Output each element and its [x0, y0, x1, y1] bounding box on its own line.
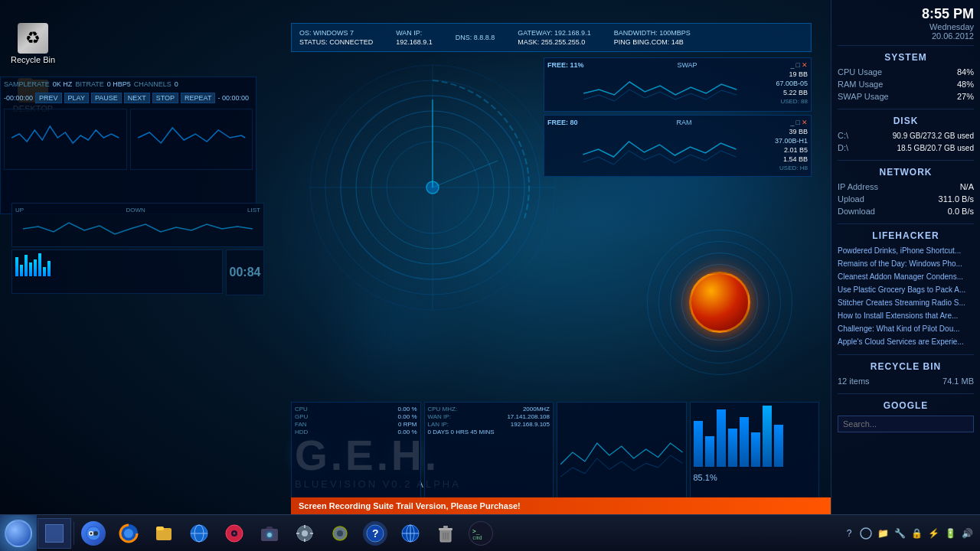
waveform-svg-right: [132, 111, 251, 165]
cpu-usage-row: CPU Usage 84%: [838, 67, 974, 77]
tray-battery-icon[interactable]: 🔋: [943, 527, 957, 540]
svg-rect-18: [156, 527, 164, 530]
eq-bar-1: [15, 257, 18, 276]
taskbar-music-icon[interactable]: [217, 517, 251, 550]
google-search-input[interactable]: [838, 416, 974, 432]
time-end: - 00:00:00: [217, 94, 249, 102]
lifehacker-item[interactable]: How to Install Extensions that Are...: [838, 311, 974, 321]
bar-7: [763, 406, 772, 467]
warning-text: Screen Recording Suite Trail Version, Pl…: [299, 501, 521, 510]
svg-point-24: [234, 532, 236, 534]
ram-close[interactable]: ✕: [802, 119, 808, 126]
taskbar-files-icon[interactable]: [147, 517, 181, 550]
recycle-bin-graphic: ♻: [18, 23, 48, 54]
os-info: OS: WINDOWS 7 STATUS: CONNECTED: [299, 29, 373, 46]
eq-bar-7: [43, 267, 46, 276]
svg-text:?: ?: [372, 527, 379, 540]
audio-controls: -00:00:00 PREV PLAY PAUSE NEXT STOP REPE…: [4, 90, 253, 106]
finder-icon-graphic: [81, 521, 106, 546]
start-button[interactable]: [0, 515, 37, 552]
taskbar-trash-icon[interactable]: [429, 517, 462, 550]
finder-svg: [86, 526, 101, 541]
lifehacker-item[interactable]: Apple's Cloud Services are Experie...: [838, 337, 974, 347]
taskbar-firefox-icon[interactable]: [112, 517, 145, 550]
bottom-panel-graph: [557, 402, 687, 513]
lifehacker-item[interactable]: Powdered Drinks, iPhone Shortcut...: [838, 246, 974, 256]
taskbar-camera-icon[interactable]: [253, 517, 286, 550]
red-orb-button[interactable]: [689, 272, 750, 333]
clock-full-date: 20.06.2012: [838, 31, 974, 41]
bottom-graph-svg: [560, 406, 683, 505]
stop-button[interactable]: STOP: [152, 93, 178, 103]
swap-used-label: USED: 88: [780, 98, 808, 105]
ram-used-label: USED: H8: [779, 165, 808, 171]
taskbar-help-icon[interactable]: ?: [358, 517, 392, 550]
lower-panels-row: 00:84: [11, 249, 264, 295]
taskbar-terminal-icon[interactable]: >_ cmd: [464, 517, 498, 550]
tray-network-icon[interactable]: [859, 527, 873, 540]
ram-max[interactable]: □: [796, 119, 800, 126]
tray-icon-4[interactable]: 🔒: [910, 527, 923, 540]
play-button[interactable]: PLAY: [64, 93, 89, 103]
system-title: SYSTEM: [838, 52, 974, 63]
swap-controls: _ □ ✕: [791, 61, 808, 69]
hdd-stat-label: HDD: [295, 429, 308, 435]
lifehacker-item[interactable]: Challenge: What Kind of Pilot Dou...: [838, 324, 974, 334]
swap-close[interactable]: ✕: [802, 61, 808, 69]
swap-min[interactable]: _: [791, 61, 795, 69]
tray-question-icon[interactable]: ?: [842, 527, 856, 540]
channels-value: 0: [175, 80, 178, 88]
taskbar-window-icon[interactable]: [38, 518, 71, 549]
taskbar-globe-icon[interactable]: [182, 517, 216, 550]
bottom-panel-network: CPU MHZ: 2000MHZ WAN IP: 17.141.208.108 …: [424, 402, 554, 513]
lifehacker-item[interactable]: Remains of the Day: Windows Pho...: [838, 259, 974, 269]
svg-point-14: [90, 532, 93, 534]
network-title: NETWORK: [838, 167, 974, 178]
lower-panel-counter: 00:84: [226, 249, 264, 295]
eq-bar-6: [38, 253, 41, 276]
bar-2: [705, 436, 714, 467]
bitrate-label: BITRATE: [75, 80, 103, 88]
repeat-button[interactable]: REPEAT: [181, 93, 215, 103]
swap-title: SWAP: [677, 61, 697, 69]
clock-weekday: Wednesday: [838, 22, 974, 31]
cpu-usage-val: 84%: [957, 67, 974, 77]
recycle-bin-icon[interactable]: ♻ Recycle Bin: [6, 23, 60, 64]
lifehacker-item[interactable]: Cleanest Addon Manager Condens...: [838, 272, 974, 282]
eq-bar-3: [24, 255, 28, 276]
taskbar-gear-icon[interactable]: [323, 517, 357, 550]
recycle-bin-label: Recycle Bin: [11, 55, 55, 64]
gpu-stat-row: GPU 0.00 %: [295, 413, 417, 420]
fan-stat-row: FAN 0 RPM: [295, 421, 417, 428]
bar-6: [751, 432, 760, 467]
taskbar-network-icon[interactable]: [394, 517, 427, 550]
clock-area: 8:55 PM Wednesday 20.06.2012: [838, 6, 974, 46]
lifehacker-item[interactable]: Use Plastic Grocery Bags to Pack A...: [838, 285, 974, 295]
bandwidth-label: BANDWIDTH: 100MBPS: [614, 29, 691, 37]
tray-volume-icon[interactable]: 🔊: [960, 527, 974, 540]
lan-ip-row: LAN IP: 192.168.9.105: [428, 421, 550, 428]
ip-label: IP Address: [838, 182, 878, 191]
download-label: Download: [838, 207, 875, 216]
recycle-size-value: 74.1 MB: [942, 377, 974, 386]
taskbar-separator-1: [74, 522, 74, 545]
eq-bar-4: [29, 262, 32, 276]
time-start: -00:00:00: [4, 94, 33, 102]
taskbar-finder-icon[interactable]: [77, 517, 110, 550]
cpu-stat-label: CPU: [295, 406, 308, 412]
next-button[interactable]: NEXT: [124, 93, 150, 103]
ram-min[interactable]: _: [791, 119, 795, 126]
swap-max[interactable]: □: [796, 61, 800, 69]
pause-button[interactable]: PAUSE: [91, 93, 122, 103]
tray-folder-icon[interactable]: 📁: [876, 527, 890, 540]
camera-icon-graphic: [257, 521, 282, 546]
tray-icon-5[interactable]: ⚡: [926, 527, 940, 540]
prev-button[interactable]: PREV: [35, 93, 62, 103]
lifehacker-item[interactable]: Stitcher Creates Streaming Radio S...: [838, 298, 974, 308]
taskbar-settings-icon[interactable]: [288, 517, 322, 550]
tray-icon-3[interactable]: 🔧: [893, 527, 906, 540]
ram-header: FREE: 80 RAM _ □ ✕: [547, 119, 808, 126]
svg-rect-43: [439, 528, 452, 530]
bar-8: [774, 425, 783, 467]
status-label: STATUS: CONNECTED: [299, 38, 373, 46]
